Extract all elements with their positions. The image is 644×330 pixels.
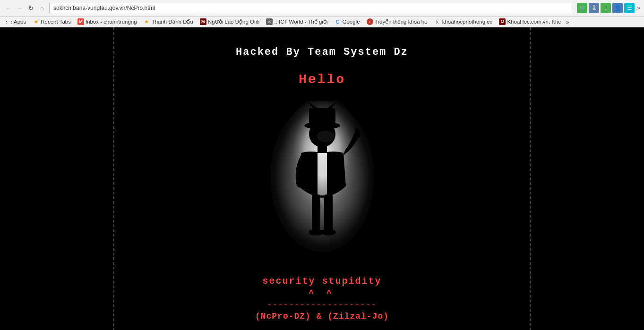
svg-point-6	[317, 131, 334, 142]
bookmark-truyen[interactable]: T Truyền thông khoa ho	[364, 17, 430, 26]
bookmark-thanh-label: Thanh Đánh Dấu	[152, 18, 193, 25]
page-content: Hacked By Team System Dz Hello	[0, 27, 644, 330]
forward-button[interactable]: →	[14, 3, 25, 13]
cart-extension[interactable]: 🛒	[577, 3, 587, 13]
gmail-icon: M	[77, 18, 84, 25]
nav-buttons: ← → ↻ ⌂	[3, 3, 47, 13]
bookmark-apps[interactable]: ⋮⋮ Apps	[3, 17, 29, 26]
bookmarks-more[interactable]: »	[566, 18, 569, 25]
recent-tabs-icon: ★	[33, 18, 39, 25]
url-text: sokhcn.baria-vungtau.gov.vn/NcPro.html	[53, 5, 569, 11]
nguoi-icon: M	[200, 18, 206, 25]
ict-icon: W	[266, 18, 273, 25]
browser-chrome: ← → ↻ ⌂ sokhcn.baria-vungtau.gov.vn/NcPr…	[0, 0, 644, 27]
bookmark-apps-label: Apps	[14, 19, 26, 25]
bookmark-thanh[interactable]: ★ Thanh Đánh Dấu	[141, 17, 196, 26]
security-line: security stupidity	[255, 276, 389, 287]
svg-rect-9	[312, 195, 320, 232]
thanh-icon: ★	[144, 18, 150, 25]
bookmark-google-label: Google	[342, 19, 360, 25]
apps-icon: ⋮⋮	[6, 18, 12, 25]
bottom-text: security stupidity ^ ^ -----------------…	[255, 276, 389, 321]
khoahoc-icon: M	[499, 18, 506, 25]
caret-line: ^ ^	[255, 289, 389, 298]
bookmark-inbox-label: Inbox - chanhtrungng	[86, 19, 137, 25]
bookmark-khoahoc[interactable]: M KhoaHoc.com.vn: Khc	[496, 17, 564, 26]
profile-extension[interactable]: 👤	[612, 3, 623, 13]
bookmark-google[interactable]: G Google	[331, 17, 362, 26]
silhouette-figure	[275, 101, 369, 252]
reload-button[interactable]: ↻	[26, 3, 36, 13]
address-bar[interactable]: sokhcn.baria-vungtau.gov.vn/NcPro.html	[49, 2, 573, 14]
main-title: Hacked By Team System Dz	[236, 46, 408, 58]
bookmark-khoahoc-phothong-label: khoahocphothong.co	[442, 19, 493, 25]
bookmark-nguoi-label: Người Lao Động Onli	[208, 18, 260, 25]
svg-rect-10	[324, 195, 333, 232]
svg-rect-7	[318, 146, 327, 153]
bookmark-khoahoc-phothong[interactable]: k khoahocphothong.co	[431, 17, 496, 26]
bookmark-khoahoc-label: KhoaHoc.com.vn: Khc	[507, 19, 561, 25]
khoa-icon: k	[434, 18, 441, 25]
user-extension[interactable]: å	[589, 3, 599, 13]
bookmark-truyen-label: Truyền thông khoa ho	[375, 18, 428, 25]
truyen-icon: T	[367, 18, 373, 25]
bookmark-ict[interactable]: W :: ICT World - Thế giới	[263, 17, 330, 26]
bookmarks-bar: ⋮⋮ Apps ★ Recent Tabs M Inbox - chanhtru…	[0, 17, 644, 27]
bookmark-recent-tabs-label: Recent Tabs	[41, 19, 71, 25]
dashed-border-left	[113, 27, 114, 330]
bookmark-ict-label: :: ICT World - Thế giới	[274, 18, 327, 25]
download-extension[interactable]: ↓	[601, 3, 611, 13]
browser-extensions: 🛒 å ↓ 👤 ☰ »	[577, 3, 641, 13]
svg-point-12	[321, 229, 336, 236]
page-wrapper: Hacked By Team System Dz Hello	[0, 27, 644, 330]
back-button[interactable]: ←	[3, 3, 13, 13]
ncpro-line: (NcPro-DZ) & (Zilzal-Jo)	[255, 312, 389, 321]
dashed-border-right	[530, 27, 531, 330]
google-icon: G	[334, 18, 341, 25]
bookmark-nguoi[interactable]: M Người Lao Động Onli	[197, 17, 263, 26]
home-button[interactable]: ⌂	[37, 3, 47, 13]
more-extensions[interactable]: »	[636, 4, 641, 12]
menu-extension[interactable]: ☰	[624, 3, 635, 13]
dash-line: --------------------	[255, 301, 389, 309]
browser-toolbar: ← → ↻ ⌂ sokhcn.baria-vungtau.gov.vn/NcPr…	[0, 0, 644, 17]
bookmark-inbox[interactable]: M Inbox - chanhtrungng	[75, 17, 140, 26]
figure-container	[256, 96, 388, 257]
bookmark-recent-tabs[interactable]: ★ Recent Tabs	[30, 17, 74, 26]
hello-text: Hello	[299, 72, 345, 87]
